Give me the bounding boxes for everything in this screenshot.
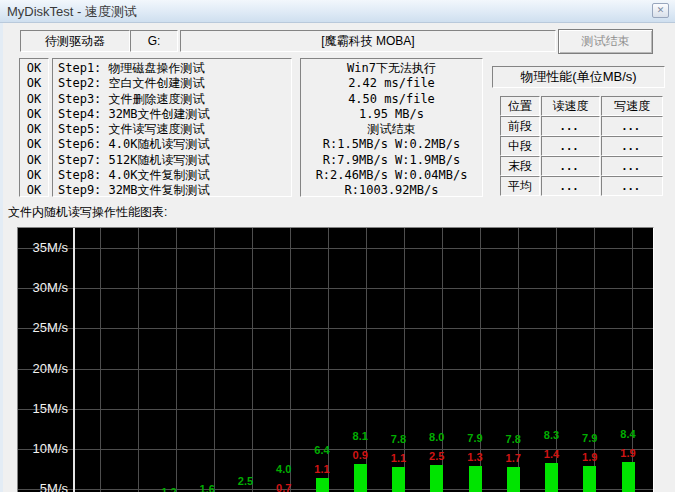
write-speed-value-label: 1.9 xyxy=(613,447,643,459)
chart-plot-area: 35M/s30M/s25M/s20M/s15M/s10M/s5M/s1.21.6… xyxy=(18,228,653,492)
step-status-item: OK xyxy=(20,122,48,137)
table-row-label: 前段 xyxy=(500,116,540,136)
table-row-label: 末段 xyxy=(500,156,540,176)
step-status-item: OK xyxy=(20,137,48,152)
read-speed-value-label: 8.4 xyxy=(613,428,643,440)
result-list: Win7下无法执行2.42 ms/file4.50 ms/file1.95 MB… xyxy=(300,58,483,197)
write-speed-value-label: 0.7 xyxy=(269,482,299,492)
read-speed-bar xyxy=(316,478,329,492)
y-axis-tick-label: 15M/s xyxy=(22,401,68,417)
table-header-row: 位置读速度写速度 xyxy=(500,96,663,116)
drive-selector-label: 待测驱动器 xyxy=(20,30,130,52)
write-speed-value-label: 2.5 xyxy=(422,450,452,462)
read-speed-value-label: 4.0 xyxy=(269,463,299,475)
result-line: Win7下无法执行 xyxy=(301,61,482,76)
gridline-horizontal xyxy=(18,248,653,249)
read-speed-value-label: 2.5 xyxy=(231,475,261,487)
read-speed-bar xyxy=(545,463,558,492)
result-line: R:2.46MB/s W:0.04MB/s xyxy=(301,168,482,183)
read-speed-value-label: 1.2 xyxy=(154,486,184,492)
test-finish-button[interactable]: 测试结束 xyxy=(558,29,653,54)
table-row-label: 平均 xyxy=(500,176,540,196)
step-item: Step4: 32MB文件创建测试 xyxy=(58,107,291,122)
table-row-label: 中段 xyxy=(500,136,540,156)
read-speed-bar xyxy=(430,465,443,492)
step-list: Step1: 物理磁盘操作测试Step2: 空白文件创建测试Step3: 文件删… xyxy=(52,58,292,197)
read-speed-value-label: 6.4 xyxy=(307,444,337,456)
result-line: 2.42 ms/file xyxy=(301,76,482,91)
step-status-item: OK xyxy=(20,107,48,122)
gridline-vertical xyxy=(176,228,177,492)
read-speed-bar xyxy=(507,467,520,492)
table-value-cell: ... xyxy=(541,136,601,156)
physical-performance-title: 物理性能(单位MB/s) xyxy=(492,66,665,88)
volume-name-box: [魔霸科技 MOBA] xyxy=(180,30,556,52)
step-item: Step5: 文件读写速度测试 xyxy=(58,122,291,137)
read-speed-bar xyxy=(622,462,635,492)
step-status-item: OK xyxy=(20,61,48,76)
table-row: 前段...... xyxy=(500,116,663,136)
step-item: Step6: 4.0K随机读写测试 xyxy=(58,137,291,152)
y-axis-tick-label: 25M/s xyxy=(22,320,68,336)
title-bar: MyDiskTest - 速度测试 ✕ xyxy=(0,0,675,23)
table-value-cell: ... xyxy=(601,156,663,176)
read-speed-value-label: 7.8 xyxy=(384,433,414,445)
read-speed-bar xyxy=(354,464,367,492)
table-row: 中段...... xyxy=(500,136,663,156)
table-value-cell: ... xyxy=(601,176,663,196)
step-item: Step1: 物理磁盘操作测试 xyxy=(58,61,291,76)
physical-performance-table: 位置读速度写速度前段......中段......末段......平均...... xyxy=(500,96,663,196)
read-speed-value-label: 8.1 xyxy=(345,430,375,442)
close-icon: ✕ xyxy=(657,5,665,15)
gridline-vertical xyxy=(290,228,291,492)
step-item: Step9: 32MB文件复制测试 xyxy=(58,183,291,198)
result-line: 1.95 MB/s xyxy=(301,107,482,122)
table-row: 平均...... xyxy=(500,176,663,196)
write-speed-value-label: 1.4 xyxy=(537,448,567,460)
close-button[interactable]: ✕ xyxy=(652,3,669,18)
step-status-item: OK xyxy=(20,168,48,183)
gridline-horizontal xyxy=(18,328,653,329)
window-frame-edge xyxy=(0,23,3,492)
gridline-horizontal xyxy=(18,369,653,370)
result-line: 测试结束 xyxy=(301,122,482,137)
table-value-cell: ... xyxy=(541,116,601,136)
write-speed-value-label: 1.7 xyxy=(498,452,528,464)
step-status-item: OK xyxy=(20,153,48,168)
gridline-vertical xyxy=(100,228,101,492)
gridline-vertical xyxy=(252,228,253,492)
write-speed-value-label: 1.9 xyxy=(575,451,605,463)
y-axis-tick-label: 20M/s xyxy=(22,361,68,377)
y-axis-tick-label: 30M/s xyxy=(22,280,68,296)
read-speed-value-label: 7.9 xyxy=(575,432,605,444)
read-speed-value-label: 8.3 xyxy=(537,429,567,441)
result-line: R:1003.92MB/s xyxy=(301,183,482,198)
step-item: Step2: 空白文件创建测试 xyxy=(58,76,291,91)
read-speed-bar xyxy=(392,467,405,492)
y-axis-line xyxy=(73,228,75,492)
read-speed-bar xyxy=(583,466,596,492)
table-value-cell: ... xyxy=(541,156,601,176)
table-header-cell: 读速度 xyxy=(541,96,601,116)
step-status-list: OKOKOKOKOKOKOKOKOK xyxy=(19,58,49,197)
write-speed-value-label: 0.9 xyxy=(345,449,375,461)
gridline-vertical xyxy=(138,228,139,492)
drive-letter-box[interactable]: G: xyxy=(130,30,178,52)
y-axis-tick-label: 5M/s xyxy=(22,481,68,492)
table-row: 末段...... xyxy=(500,156,663,176)
table-header-cell: 位置 xyxy=(500,96,540,116)
y-axis-tick-label: 10M/s xyxy=(22,441,68,457)
table-value-cell: ... xyxy=(541,176,601,196)
read-speed-value-label: 7.8 xyxy=(498,433,528,445)
step-status-item: OK xyxy=(20,76,48,91)
step-item: Step7: 512K随机读写测试 xyxy=(58,153,291,168)
step-status-item: OK xyxy=(20,92,48,107)
gridline-horizontal xyxy=(18,409,653,410)
result-line: R:1.5MB/s W:0.2MB/s xyxy=(301,137,482,152)
chart-title-label: 文件内随机读写操作性能图表: xyxy=(8,204,167,221)
write-speed-value-label: 1.3 xyxy=(460,451,490,463)
gridline-horizontal xyxy=(18,288,653,289)
step-item: Step3: 文件删除速度测试 xyxy=(58,92,291,107)
read-speed-value-label: 7.9 xyxy=(460,432,490,444)
result-line: R:7.9MB/s W:1.9MB/s xyxy=(301,153,482,168)
